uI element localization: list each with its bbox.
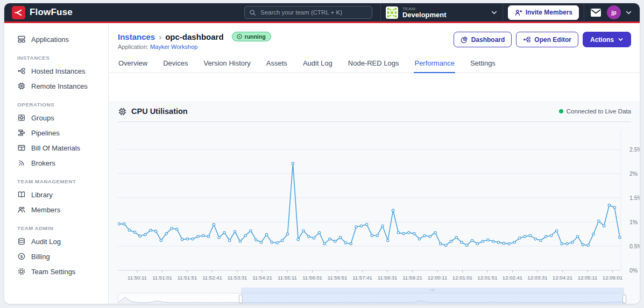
svg-text:12:06:01: 12:06:01 xyxy=(603,275,622,281)
tab-version-history[interactable]: Version History xyxy=(203,57,251,73)
live-status-label: Connected to Live Data xyxy=(567,108,631,114)
panel-title: CPU Utilisation xyxy=(131,107,188,116)
sidebar-item-members[interactable]: Members xyxy=(4,202,108,217)
cpu-chart-svg: 0%0.5%1%1.5%2%2.5%11:50:1111:51:0111:51:… xyxy=(118,125,640,282)
sidebar-item-label: Library xyxy=(31,191,53,199)
flowfuse-logo-icon xyxy=(12,6,25,19)
gear-icon xyxy=(17,267,26,276)
sidebar-item-groups[interactable]: Groups xyxy=(4,110,108,125)
sidebar: Applications INSTANCES Hosted Instances … xyxy=(4,25,109,304)
members-icon xyxy=(17,205,26,214)
sidebar-item-remote-instances[interactable]: Remote Instances xyxy=(4,78,108,94)
pie-chart-icon xyxy=(461,36,468,44)
tab-assets[interactable]: Assets xyxy=(266,57,288,73)
svg-text:12:05:11: 12:05:11 xyxy=(578,275,598,281)
tab-node-red-logs[interactable]: Node-RED Logs xyxy=(348,57,400,73)
bill-of-materials-icon xyxy=(17,144,26,152)
chevron-down-icon[interactable] xyxy=(625,9,632,16)
brand-name: FlowFuse xyxy=(30,7,73,18)
application-link[interactable]: Mayker Workshop xyxy=(150,44,197,50)
sidebar-item-label: Members xyxy=(31,206,60,214)
brush[interactable] xyxy=(118,288,626,304)
svg-text:12:00:11: 12:00:11 xyxy=(428,275,448,281)
breadcrumb-current: opc-dashboard xyxy=(165,32,223,41)
actions-button-label: Actions xyxy=(590,36,614,44)
sidebar-item-team-settings[interactable]: Team Settings xyxy=(4,264,108,279)
sidebar-item-label: Pipelines xyxy=(31,129,60,137)
brand[interactable]: FlowFuse xyxy=(12,6,73,19)
user-avatar[interactable]: jp xyxy=(607,5,621,19)
svg-text:2.5%: 2.5% xyxy=(629,146,640,153)
invite-members-label: Invite Members xyxy=(526,9,572,16)
sidebar-item-pipelines[interactable]: Pipelines xyxy=(4,125,108,140)
chevron-down-icon xyxy=(618,37,624,42)
invite-members-button[interactable]: Invite Members xyxy=(508,5,579,20)
svg-text:11:52:41: 11:52:41 xyxy=(202,275,222,281)
sidebar-item-audit-log[interactable]: Audit Log xyxy=(4,234,108,249)
actions-button[interactable]: Actions xyxy=(583,32,631,47)
chevron-down-icon[interactable] xyxy=(491,9,498,16)
tab-bar: Overview Devices Version History Assets … xyxy=(109,57,640,73)
tab-settings[interactable]: Settings xyxy=(470,57,496,73)
sidebar-item-label: Bill Of Materials xyxy=(31,144,80,152)
tab-performance[interactable]: Performance xyxy=(414,57,455,73)
audit-log-icon xyxy=(17,237,26,246)
svg-text:1.5%: 1.5% xyxy=(629,195,640,201)
cpu-utilisation-chart: 0%0.5%1%1.5%2%2.5%11:50:1111:51:0111:51:… xyxy=(118,125,640,282)
search-input[interactable] xyxy=(259,9,367,16)
divider xyxy=(380,3,381,23)
groups-icon xyxy=(17,113,26,122)
brush-selection[interactable] xyxy=(241,288,625,304)
cpu-chip-icon xyxy=(118,107,127,116)
team-avatar xyxy=(386,6,398,19)
svg-text:11:57:41: 11:57:41 xyxy=(352,275,372,281)
team-search[interactable] xyxy=(244,6,372,19)
sidebar-item-hosted-instances[interactable]: Hosted Instances xyxy=(4,63,108,78)
sidebar-item-library[interactable]: Library xyxy=(4,187,108,202)
sidebar-item-label: Groups xyxy=(31,114,54,122)
svg-text:$: $ xyxy=(20,254,23,259)
library-icon xyxy=(17,190,26,199)
sidebar-item-billing[interactable]: $ Billing xyxy=(4,249,108,264)
brush-grip[interactable] xyxy=(430,289,435,291)
sidebar-item-bill-of-materials[interactable]: Bill Of Materials xyxy=(4,140,108,155)
svg-text:11:59:21: 11:59:21 xyxy=(402,275,422,281)
applications-icon xyxy=(17,35,26,44)
open-editor-button[interactable]: Open Editor xyxy=(516,32,578,47)
dashboard-button[interactable]: Dashboard xyxy=(454,32,512,47)
breadcrumb-separator: › xyxy=(159,32,161,41)
sidebar-section-team-admin: TEAM ADMIN xyxy=(17,225,108,231)
sidebar-item-label: Remote Instances xyxy=(31,82,88,90)
sidebar-item-label: Brokers xyxy=(31,159,55,167)
node-editor-icon xyxy=(523,35,531,44)
brush-handle-right[interactable] xyxy=(622,295,626,303)
search-icon xyxy=(249,9,256,16)
top-nav: FlowFuse TEAM: Development xyxy=(4,3,640,23)
team-name: Development xyxy=(402,11,447,18)
sidebar-item-applications[interactable]: Applications xyxy=(4,32,108,47)
sidebar-item-label: Team Settings xyxy=(31,268,75,276)
svg-text:0%: 0% xyxy=(629,267,638,274)
svg-text:11:51:01: 11:51:01 xyxy=(152,275,172,281)
tab-overview[interactable]: Overview xyxy=(118,57,148,73)
breadcrumb-instances-link[interactable]: Instances xyxy=(118,32,155,41)
sidebar-item-label: Applications xyxy=(31,35,69,44)
svg-text:12:04:21: 12:04:21 xyxy=(553,275,572,281)
brush-handle-left[interactable] xyxy=(239,295,243,303)
sidebar-section-operations: OPERATIONS xyxy=(17,102,108,108)
live-dot-icon xyxy=(559,109,563,113)
tab-devices[interactable]: Devices xyxy=(162,57,188,73)
dashboard-button-label: Dashboard xyxy=(471,36,505,44)
svg-text:11:51:51: 11:51:51 xyxy=(178,275,197,281)
sidebar-item-brokers[interactable]: Brokers xyxy=(4,155,108,170)
svg-text:12:01:51: 12:01:51 xyxy=(477,275,497,281)
open-editor-button-label: Open Editor xyxy=(534,36,571,44)
mail-icon[interactable] xyxy=(590,8,601,17)
team-selector[interactable]: TEAM: Development xyxy=(386,6,498,19)
tab-audit-log[interactable]: Audit Log xyxy=(302,57,333,73)
brokers-icon xyxy=(17,159,26,167)
sidebar-item-label: Hosted Instances xyxy=(31,67,85,75)
status-badge: running xyxy=(232,32,271,41)
sidebar-section-team-management: TEAM MANAGEMENT xyxy=(17,178,108,184)
svg-text:12:03:31: 12:03:31 xyxy=(527,275,547,281)
